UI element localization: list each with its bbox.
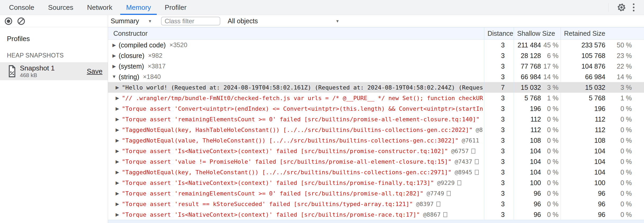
disclosure-triangle-icon[interactable]: ▶ (114, 159, 121, 164)
shallow-size-cell: 28 1286 % (514, 50, 561, 61)
table-row[interactable]: ▶ (closure) ×982 3 28 1286 % 105 76823 % (108, 50, 644, 61)
constructor-cell: ▶ "Hello world! (Requested at: 2024-08-1… (108, 82, 484, 93)
shallow-size-cell: 1000 % (514, 177, 561, 188)
retained-size-cell: 5 7681 % (561, 93, 644, 103)
grid-header: Constructor Distance Shallow Size Retain… (108, 27, 644, 40)
disclosure-triangle-icon[interactable]: ▶ (114, 106, 121, 112)
column-header-constructor[interactable]: Constructor (108, 28, 484, 39)
perspective-select[interactable]: Summary ▼ (111, 17, 152, 25)
table-row[interactable]: ▶ "Torque assert 'value != PromiseHole' … (108, 156, 644, 167)
object-id: @6757 (451, 148, 469, 154)
table-row[interactable]: ▶ (system) ×3817 3 77 76817 % 104 87622 … (108, 61, 644, 72)
table-row[interactable]: ▶ "// .wrangler/tmp/bundle-FmNIt0/checke… (108, 93, 644, 103)
object-id: @7749 (427, 190, 444, 197)
constructor-name: "Torque assert 'Is<NativeContext>(contex… (122, 211, 420, 218)
instance-count: ×982 (148, 52, 162, 59)
tab-network[interactable]: Network (80, 0, 119, 15)
retained-size-cell: 1040 % (561, 167, 644, 177)
shallow-size-cell: 1120 % (514, 114, 561, 124)
shallow-size-cell: 15 0323 % (514, 82, 561, 93)
box-glyph-icon (447, 191, 451, 196)
box-glyph-icon (475, 170, 479, 175)
constructor-cell: ▶ "Torque assert 'Convert<uintptr>(endIn… (108, 103, 484, 114)
disclosure-triangle-icon[interactable]: ▶ (111, 64, 118, 69)
class-filter-input[interactable] (161, 17, 220, 25)
clear-icon[interactable] (17, 17, 25, 25)
disclosure-triangle-icon[interactable]: ▶ (114, 127, 121, 133)
constructor-cell: ▶ "Torque assert 'result == kStoreSucced… (108, 199, 484, 209)
table-row[interactable]: ▶ "TaggedNotEqual(value, TheHoleConstant… (108, 135, 644, 146)
gear-icon[interactable] (615, 1, 628, 14)
disclosure-triangle-icon[interactable]: ▶ (114, 138, 121, 143)
table-row[interactable]: ▶ "Torque assert 'Is<NativeContext>(cont… (108, 146, 644, 156)
disclosure-triangle-icon[interactable]: ▶ (114, 95, 121, 101)
tab-console[interactable]: Console (2, 0, 41, 15)
snapshot-list-item[interactable]: Snapshot 1 468 kB Save (0, 62, 108, 80)
disclosure-triangle-icon[interactable]: ▶ (114, 212, 121, 217)
kebab-menu-icon[interactable] (628, 1, 640, 14)
distance-cell: 3 (484, 188, 514, 199)
column-header-retained-size[interactable]: Retained Size (561, 28, 644, 39)
constructor-name: "Torque assert 'Is<NativeContext>(contex… (122, 180, 434, 186)
table-row[interactable]: ▶ "Torque assert 'Is<NativeContext>(cont… (108, 209, 644, 220)
box-glyph-icon (471, 149, 475, 154)
save-link[interactable]: Save (87, 67, 102, 75)
disclosure-triangle-icon[interactable]: ▶ (114, 85, 121, 90)
disclosure-triangle-icon[interactable]: ▶ (114, 148, 121, 154)
shallow-size-cell: 1120 % (514, 124, 561, 135)
distance-cell: 3 (484, 167, 514, 177)
table-row[interactable]: ▶ "Torque assert 'Is<NativeContext>(cont… (108, 177, 644, 188)
distance-cell: 3 (484, 61, 514, 72)
table-row[interactable]: ▼ (string) ×1840 3 66 98414 % 66 98414 % (108, 72, 644, 82)
profiles-sidebar: Profiles HEAP SNAPSHOTS Snapshot 1 468 k… (0, 15, 108, 223)
constructor-cell: ▼ (string) ×1840 (108, 72, 484, 82)
objects-filter-select[interactable]: All objects ▼ (228, 17, 339, 25)
constructor-name: "Torque assert 'remainingElementsCount >… (122, 116, 480, 123)
constructor-name: (compiled code) (119, 41, 166, 49)
disclosure-triangle-icon[interactable]: ▶ (114, 191, 121, 196)
shallow-size-cell: 960 % (514, 199, 561, 209)
constructor-cell: ▶ "Torque assert 'remainingElementsCount… (108, 114, 484, 124)
constructor-cell: ▶ "Torque assert 'Is<NativeContext>(cont… (108, 209, 484, 220)
disclosure-triangle-icon[interactable]: ▶ (114, 201, 121, 207)
constructor-name: "TaggedNotEqual(key, HashTableHoleConsta… (122, 127, 473, 133)
tabbar-divider (608, 3, 609, 12)
disclosure-triangle-icon[interactable]: ▶ (114, 170, 121, 175)
tab-memory[interactable]: Memory (119, 0, 158, 15)
table-row[interactable]: ▶ (compiled code) ×3520 3 211 48445 % 23… (108, 40, 644, 50)
memory-panel: Profiles HEAP SNAPSHOTS Snapshot 1 468 k… (0, 15, 644, 223)
heap-snapshots-section-title: HEAP SNAPSHOTS (7, 52, 108, 59)
tab-profiler[interactable]: Profiler (158, 0, 193, 15)
distance-cell: 3 (484, 177, 514, 188)
disclosure-triangle-icon[interactable]: ▶ (114, 180, 121, 186)
distance-cell: 3 (484, 156, 514, 167)
retained-size-cell: 66 98414 % (561, 72, 644, 82)
constructor-name: "Torque assert 'remainingElementsCount >… (122, 190, 423, 197)
shallow-size-cell: 960 % (514, 209, 561, 220)
table-row[interactable]: ▶ "Hello world! (Requested at: 2024-08-1… (108, 82, 644, 93)
table-row[interactable]: ▶ "Torque assert 'remainingElementsCount… (108, 188, 644, 199)
distance-cell: 3 (484, 135, 514, 146)
disclosure-triangle-icon[interactable]: ▶ (111, 42, 118, 48)
table-row[interactable]: ▶ "Torque assert 'Convert<uintptr>(endIn… (108, 103, 644, 114)
disclosure-triangle-icon[interactable]: ▼ (111, 74, 118, 79)
table-row[interactable]: ▶ "TaggedNotEqual(key, HashTableHoleCons… (108, 124, 644, 135)
constructor-name: (string) (119, 73, 139, 81)
retained-size-cell: 960 % (561, 209, 644, 220)
constructor-cell: ▶ "Torque assert 'Is<NativeContext>(cont… (108, 177, 484, 188)
column-header-shallow-size[interactable]: Shallow Size (514, 28, 561, 39)
object-id: @8867 (423, 211, 441, 218)
constructor-cell: ▶ "Torque assert 'remainingElementsCount… (108, 188, 484, 199)
tab-sources[interactable]: Sources (41, 0, 80, 15)
constructor-name: "Torque assert 'value != PromiseHole' fa… (122, 158, 451, 165)
disclosure-triangle-icon[interactable]: ▶ (111, 53, 118, 59)
constructor-name: "// .wrangler/tmp/bundle-FmNIt0/checked-… (122, 95, 483, 101)
instance-count: ×3817 (148, 63, 166, 70)
record-icon[interactable] (4, 17, 13, 25)
column-header-distance[interactable]: Distance (484, 28, 514, 39)
table-row[interactable]: ▶ "Torque assert 'remainingElementsCount… (108, 114, 644, 124)
disclosure-triangle-icon[interactable]: ▶ (114, 117, 121, 122)
snapshot-size: 468 kB (20, 72, 55, 78)
table-row[interactable]: ▶ "TaggedNotEqual(key, TheHoleConstant()… (108, 167, 644, 177)
table-row[interactable]: ▶ "Torque assert 'result == kStoreSucced… (108, 199, 644, 209)
